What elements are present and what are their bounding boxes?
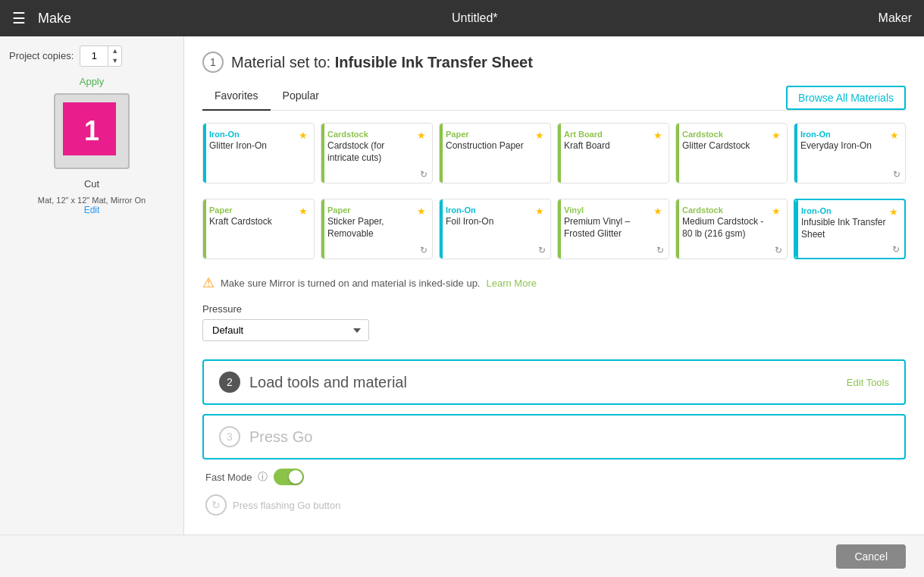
star-icon[interactable]: ★	[889, 206, 898, 218]
material-header: Cardstock Cardstock (for intricate cuts)…	[327, 130, 426, 164]
tab-favorites[interactable]: Favorites	[202, 85, 271, 111]
tab-popular[interactable]: Popular	[271, 85, 331, 111]
star-icon[interactable]: ★	[535, 205, 544, 217]
step3-title: Press Go	[249, 428, 889, 446]
material-type: Iron-On	[446, 205, 493, 215]
material-info: Vinyl Premium Vinyl – Frosted Glitter	[564, 205, 653, 240]
material-header: Iron-On Everyday Iron-On ★	[800, 130, 899, 152]
material-header: Iron-On Glitter Iron-On ★	[209, 130, 308, 152]
star-icon[interactable]: ★	[653, 130, 662, 141]
refresh-icon[interactable]: ↻	[420, 169, 428, 180]
refresh-icon[interactable]: ↻	[893, 169, 901, 180]
browse-all-button[interactable]: Browse All Materials	[786, 86, 906, 110]
menu-icon[interactable]: ☰	[12, 9, 26, 27]
refresh-icon[interactable]: ↻	[538, 245, 546, 256]
material-card[interactable]: Iron-On Glitter Iron-On ★	[202, 123, 315, 183]
learn-more-link[interactable]: Learn More	[486, 278, 536, 289]
cancel-button[interactable]: Cancel	[836, 544, 906, 569]
step1-header: 1 Material set to: Infusible Ink Transfe…	[202, 52, 906, 73]
material-header: Paper Kraft Cardstock ★	[209, 205, 308, 228]
material-info: Iron-On Infusible Ink Transfer Sheet	[801, 206, 889, 240]
refresh-icon[interactable]: ↻	[892, 244, 900, 255]
copies-down-arrow[interactable]: ▼	[108, 56, 121, 66]
toggle-knob	[289, 470, 302, 484]
star-icon[interactable]: ★	[417, 205, 426, 217]
footer: Cancel	[0, 535, 924, 577]
warning-row: ⚠ Make sure Mirror is turned on and mate…	[202, 274, 906, 291]
step1-title-prefix: Material set to:	[231, 54, 335, 71]
step1-title-bold: Infusible Ink Transfer Sheet	[335, 54, 533, 71]
material-type: Iron-On	[800, 130, 872, 139]
star-icon[interactable]: ★	[890, 130, 899, 141]
material-card[interactable]: Paper Kraft Cardstock ★	[202, 199, 315, 259]
content-area: 1 Material set to: Infusible Ink Transfe…	[184, 36, 924, 535]
fast-mode-label: Fast Mode	[205, 472, 252, 483]
copies-up-arrow[interactable]: ▲	[108, 46, 121, 56]
material-name: Glitter Cardstock	[682, 140, 750, 152]
edit-button[interactable]: Edit	[84, 205, 100, 215]
star-icon[interactable]: ★	[299, 205, 308, 217]
apply-button[interactable]: Apply	[9, 76, 174, 87]
material-card[interactable]: Paper Construction Paper ★	[439, 123, 551, 183]
step2-box: 2 Load tools and material Edit Tools	[202, 359, 906, 405]
material-header: Iron-On Foil Iron-On ★	[446, 205, 544, 228]
copies-input[interactable]	[80, 49, 108, 63]
material-card[interactable]: Iron-On Infusible Ink Transfer Sheet ★ ↻	[794, 199, 906, 259]
step2-circle: 2	[219, 372, 240, 393]
step3-number: 3	[227, 431, 233, 443]
material-header: Cardstock Medium Cardstock - 80 lb (216 …	[682, 205, 781, 240]
material-name: Glitter Iron-On	[209, 140, 267, 152]
material-info: Iron-On Everyday Iron-On	[800, 130, 872, 152]
pressure-select[interactable]: Default More Less	[202, 319, 369, 341]
material-card[interactable]: Cardstock Medium Cardstock - 80 lb (216 …	[675, 199, 788, 259]
materials-grid-row1: Iron-On Glitter Iron-On ★ Cardstock Card…	[202, 123, 906, 183]
project-copies-label: Project copies:	[9, 50, 74, 61]
info-icon[interactable]: ⓘ	[258, 470, 268, 484]
star-icon[interactable]: ★	[535, 130, 544, 141]
material-name: Medium Cardstock - 80 lb (216 gsm)	[682, 216, 772, 240]
refresh-icon[interactable]: ↻	[420, 245, 428, 256]
material-name: Cardstock (for intricate cuts)	[327, 140, 417, 164]
star-icon[interactable]: ★	[417, 130, 426, 141]
material-card[interactable]: Iron-On Foil Iron-On ★ ↻	[439, 199, 551, 259]
star-icon[interactable]: ★	[299, 130, 308, 141]
material-info: Paper Kraft Cardstock	[209, 205, 272, 228]
material-name: Kraft Board	[564, 140, 610, 152]
fast-mode-toggle[interactable]	[274, 469, 304, 485]
material-info: Cardstock Medium Cardstock - 80 lb (216 …	[682, 205, 772, 240]
material-card[interactable]: Art Board Kraft Board ★	[557, 123, 669, 183]
material-header: Paper Construction Paper ★	[446, 130, 544, 152]
material-card[interactable]: Vinyl Premium Vinyl – Frosted Glitter ★ …	[557, 199, 669, 259]
material-type: Cardstock	[327, 130, 417, 139]
material-info: Paper Sticker Paper, Removable	[327, 205, 417, 240]
flashing-icon: ↻	[205, 494, 227, 516]
material-name: Sticker Paper, Removable	[327, 216, 417, 240]
edit-tools-link[interactable]: Edit Tools	[847, 377, 889, 388]
step1-title: Material set to: Infusible Ink Transfer …	[231, 54, 533, 71]
refresh-icon[interactable]: ↻	[775, 245, 782, 256]
material-card[interactable]: Paper Sticker Paper, Removable ★ ↻	[321, 199, 433, 259]
star-icon[interactable]: ★	[772, 205, 781, 217]
material-card[interactable]: Cardstock Cardstock (for intricate cuts)…	[321, 123, 433, 183]
warning-text: Make sure Mirror is turned on and materi…	[221, 278, 480, 289]
material-type: Vinyl	[564, 205, 653, 215]
material-header: Paper Sticker Paper, Removable ★	[327, 205, 426, 240]
material-card[interactable]: Iron-On Everyday Iron-On ★ ↻	[794, 123, 906, 183]
step2-number: 2	[227, 376, 233, 388]
maker-label: Maker	[879, 11, 912, 25]
material-card[interactable]: Cardstock Glitter Cardstock ★	[675, 123, 788, 183]
warning-icon: ⚠	[202, 274, 215, 291]
material-header: Iron-On Infusible Ink Transfer Sheet ★	[801, 206, 898, 240]
material-name: Foil Iron-On	[446, 216, 493, 228]
material-header: Cardstock Glitter Cardstock ★	[682, 130, 781, 152]
press-flashing-label: Press flashing Go button	[233, 500, 340, 511]
pressure-label: Pressure	[202, 303, 906, 315]
star-icon[interactable]: ★	[653, 205, 662, 217]
material-type: Cardstock	[682, 205, 772, 215]
materials-grid-row2: Paper Kraft Cardstock ★ Paper Sticker Pa…	[202, 199, 906, 259]
refresh-icon[interactable]: ↻	[656, 245, 664, 256]
fast-mode-row: Fast Mode ⓘ	[202, 469, 906, 485]
material-info: Cardstock Cardstock (for intricate cuts)	[327, 130, 417, 164]
star-icon[interactable]: ★	[772, 130, 781, 141]
pressure-section: Pressure Default More Less	[202, 303, 906, 341]
